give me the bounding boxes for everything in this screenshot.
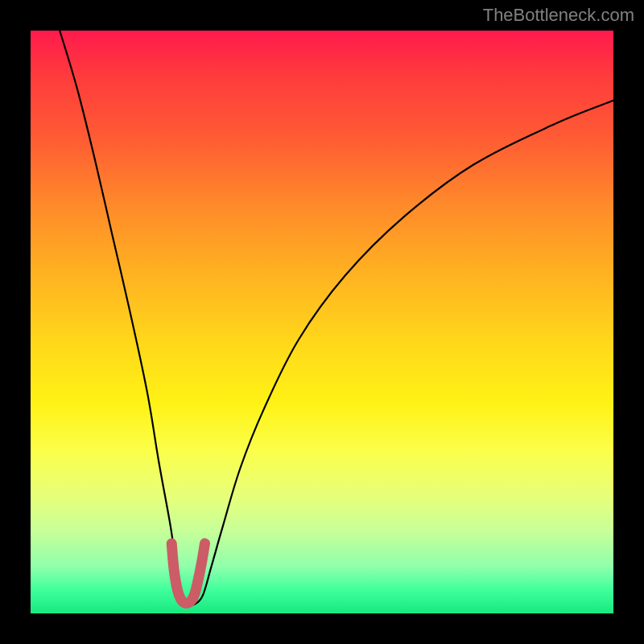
chart-svg	[31, 31, 613, 613]
optimal-marker	[171, 543, 204, 603]
chart-frame: TheBottleneck.com	[0, 0, 644, 644]
bottleneck-curve	[60, 31, 613, 606]
plot-area	[31, 31, 613, 613]
watermark-text: TheBottleneck.com	[483, 5, 634, 26]
